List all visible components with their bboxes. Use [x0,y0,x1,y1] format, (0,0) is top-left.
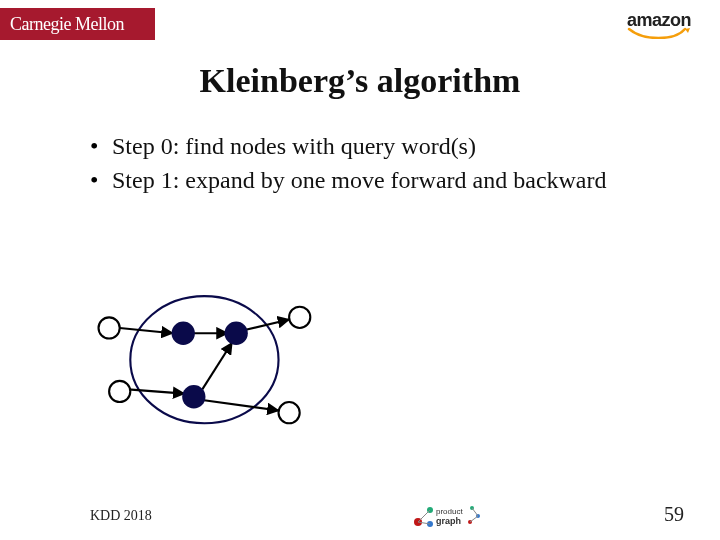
footer-venue: KDD 2018 [90,508,152,524]
list-item: • Step 0: find nodes with query word(s) [90,130,650,162]
edge [202,400,278,411]
node-filled [182,385,205,408]
cmu-wordmark: Carnegie Mellon [0,8,155,40]
amazon-logo: amazon [614,10,704,38]
node-open [279,402,300,423]
node-filled [172,322,195,345]
edge [202,343,232,390]
node-open [289,307,310,328]
edge [245,319,289,330]
list-item: • Step 1: expand by one move forward and… [90,164,650,196]
svg-line-10 [472,508,478,516]
bullet-list: • Step 0: find nodes with query word(s) … [90,130,650,199]
slide-title: Kleinberg’s algorithm [0,62,720,100]
svg-line-11 [470,516,478,522]
page-number: 59 [664,503,684,526]
bullet-icon: • [90,130,112,162]
svg-text:product: product [436,507,463,516]
node-open [99,317,120,338]
graph-diagram [75,275,355,455]
bullet-icon: • [90,164,112,196]
product-graph-logo: product graph [410,500,484,530]
selection-ellipse [130,296,278,423]
node-open [109,381,130,402]
edge [128,389,184,393]
bullet-text: Step 1: expand by one move forward and b… [112,164,607,196]
svg-text:graph: graph [436,516,461,526]
bullet-text: Step 0: find nodes with query word(s) [112,130,476,162]
edge [120,328,173,333]
amazon-text: amazon [627,10,691,30]
node-filled [225,322,248,345]
svg-line-3 [418,510,430,522]
